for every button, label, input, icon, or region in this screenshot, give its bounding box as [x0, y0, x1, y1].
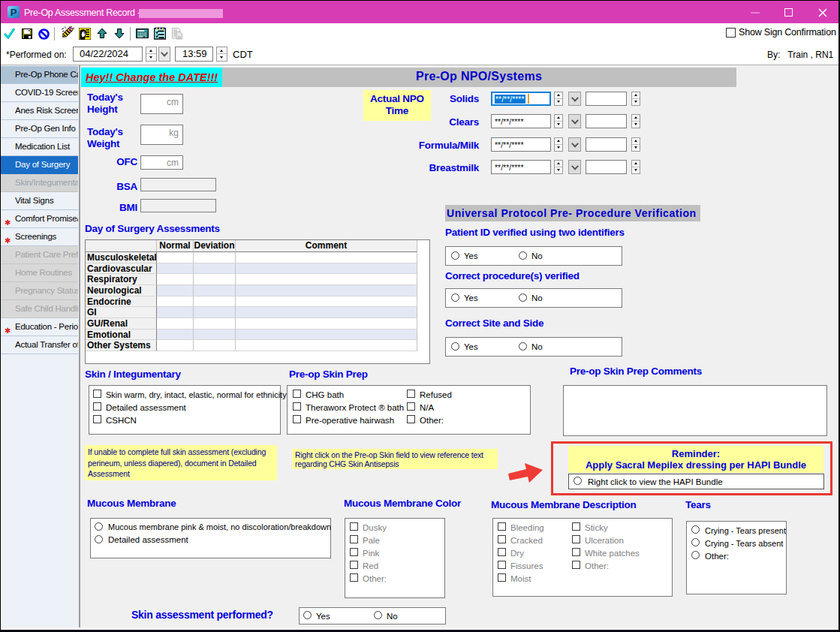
svg-text:P: P	[11, 7, 17, 18]
